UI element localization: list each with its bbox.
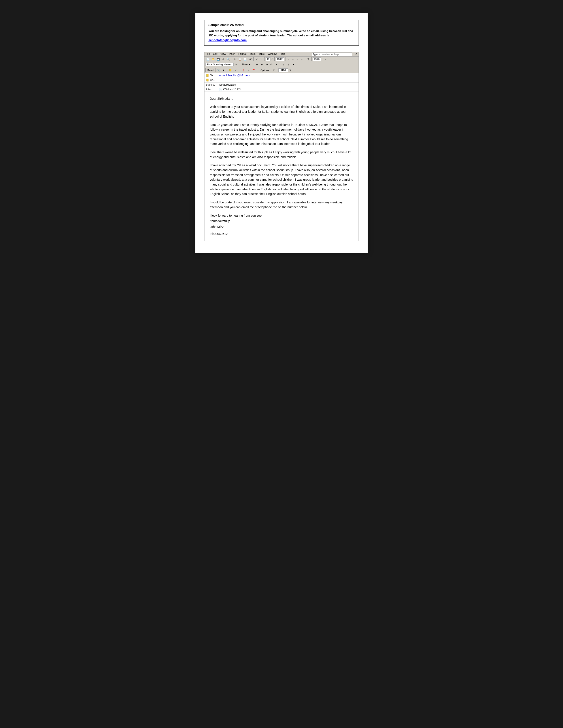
- to-row: 📒 To... schoolofenglish@info.com: [204, 73, 359, 78]
- format-arrow: ▼: [289, 69, 292, 71]
- subject-value[interactable]: job application: [219, 83, 357, 86]
- print-btn[interactable]: 🖨: [221, 57, 225, 61]
- flag-btn[interactable]: 🚩: [251, 68, 256, 72]
- menu-help[interactable]: Help: [280, 53, 285, 56]
- sep9: [239, 63, 239, 66]
- menu-view[interactable]: View: [220, 53, 226, 56]
- menu-tools[interactable]: Tools: [249, 53, 255, 56]
- email-client: File Edit View Insert Format Tools Table…: [204, 52, 359, 241]
- sample-email-link[interactable]: schoolofenglish@info.com: [208, 38, 246, 42]
- tb3[interactable]: ⟲: [264, 63, 268, 66]
- sample-box: Sample email: 2A formal You are looking …: [204, 20, 359, 46]
- sample-title: Sample email: 2A formal: [208, 23, 355, 27]
- toolbar-row-1: 📄 📂 💾 🖨 🔍 ✂ 📋 📄 🖌 ↩ ↪ 10 x² 100% ≡ ≡ ≡ ≡…: [204, 57, 359, 62]
- copy-btn[interactable]: 📋: [237, 57, 242, 61]
- to-value[interactable]: schoolofenglish@info.com: [219, 74, 357, 77]
- tb7[interactable]: ↓: [287, 63, 290, 66]
- options-btn[interactable]: Options...: [259, 68, 272, 72]
- paragraph3: I feel that I would be well-suited for t…: [210, 150, 353, 159]
- redo-btn[interactable]: ↪: [259, 57, 263, 61]
- preview-btn[interactable]: 🔍: [226, 57, 231, 61]
- attach-label: Attach...: [206, 88, 219, 91]
- options-arrow: ▼: [273, 69, 275, 71]
- cc-label: 📒 Cc...: [206, 79, 219, 82]
- subject-label: Subject:: [206, 83, 219, 86]
- menubar: File Edit View Insert Format Tools Table…: [204, 52, 359, 57]
- sep7: [311, 57, 312, 61]
- format-painter-btn[interactable]: 🖌: [248, 57, 252, 61]
- closing-line1: I look forward to hearing from you soon.: [210, 213, 353, 218]
- send-button[interactable]: Send: [205, 68, 215, 72]
- tel: tel:99043612: [210, 232, 353, 236]
- format-toolbar: Final Showing Markup ▼ Show ▼ ⊕ ⊖ ⟲ ⟳ ✕ …: [204, 62, 359, 67]
- attach-arrow: ▼: [222, 69, 224, 71]
- closing-line2: Yours faithfully,: [210, 219, 353, 224]
- menu-insert[interactable]: Insert: [229, 53, 235, 56]
- sample-prompt-text: You are looking for an interesting and c…: [208, 29, 353, 37]
- subject-row: Subject: job application: [204, 83, 359, 87]
- show-btn[interactable]: Show ▼: [241, 63, 251, 66]
- sep6: [305, 57, 305, 61]
- more-btn[interactable]: »: [324, 57, 328, 61]
- priority-high-btn[interactable]: ❗: [241, 68, 246, 72]
- help-input[interactable]: Type a question for help: [312, 53, 352, 56]
- priority-low-btn[interactable]: ↓: [246, 68, 250, 72]
- tb6[interactable]: ↕: [282, 63, 286, 66]
- markup-dropdown[interactable]: Final Showing Markup: [205, 63, 233, 66]
- salutation: Dear Sir/Madam,: [210, 96, 353, 101]
- cc-row: 📒 Cc...: [204, 78, 359, 83]
- align-center-btn[interactable]: ≡: [291, 57, 295, 61]
- to-label: 📒 To...: [206, 74, 219, 77]
- format-dropdown[interactable]: HTML: [278, 68, 288, 72]
- cc-address-book-icon: 📒: [206, 79, 209, 82]
- addr-book-btn[interactable]: 📒: [228, 68, 233, 72]
- attach-clip-btn[interactable]: 📎: [216, 68, 221, 72]
- sep5: [285, 57, 286, 61]
- sep12: [226, 68, 226, 72]
- sep14: [258, 68, 258, 72]
- align-right-btn[interactable]: ≡: [296, 57, 300, 61]
- tb2[interactable]: ⊖: [259, 63, 263, 66]
- address-book-icon: 📒: [206, 74, 209, 77]
- sep2: [253, 57, 254, 61]
- compose-toolbar: Send 📎 ▼ 📒 ✓ ❗ ↓ 🚩 Options... ▼ HTML ▼: [204, 67, 359, 73]
- email-fields: 📒 To... schoolofenglish@info.com 📒 Cc...…: [204, 73, 359, 92]
- close-btn[interactable]: ✕: [355, 53, 357, 56]
- menu-edit[interactable]: Edit: [213, 53, 217, 56]
- paragraph5: I would be grateful if you would conside…: [210, 200, 353, 210]
- save-btn[interactable]: 💾: [216, 57, 221, 61]
- sample-prompt: You are looking for an interesting and c…: [208, 29, 355, 42]
- menu-window[interactable]: Window: [268, 53, 277, 56]
- tb1[interactable]: ⊕: [255, 63, 259, 66]
- markup-arrow[interactable]: ▼: [235, 63, 237, 66]
- align-left-btn[interactable]: ≡: [287, 57, 291, 61]
- new-btn[interactable]: 📄: [205, 57, 210, 61]
- view-zoom[interactable]: 100%: [313, 57, 321, 61]
- font-size-input[interactable]: 10: [265, 57, 270, 61]
- tb8[interactable]: ▼: [291, 63, 296, 66]
- tb4[interactable]: ⟳: [269, 63, 273, 66]
- cut-btn[interactable]: ✂: [233, 57, 237, 61]
- paragraph2: I am 22 years old and I am currently stu…: [210, 123, 353, 146]
- attach-row: Attach... 📄 CV.doc (10 KB): [204, 87, 359, 92]
- email-body: Dear Sir/Madam, With reference to your a…: [204, 92, 359, 241]
- sep13: [239, 68, 239, 72]
- menu-format[interactable]: Format: [238, 53, 246, 56]
- sep3: [264, 57, 264, 61]
- menu-file[interactable]: File: [206, 53, 210, 56]
- paste-btn[interactable]: 📄: [243, 57, 248, 61]
- pilcrow-btn[interactable]: ¶: [306, 57, 310, 61]
- tb5[interactable]: ✕: [274, 63, 278, 66]
- attachment-icon: 📄: [219, 88, 222, 91]
- sep1: [232, 57, 232, 61]
- justify-btn[interactable]: ≡: [300, 57, 304, 61]
- undo-btn[interactable]: ↩: [255, 57, 259, 61]
- page-container: Sample email: 2A formal You are looking …: [195, 13, 368, 253]
- open-btn[interactable]: 📂: [211, 57, 215, 61]
- attach-value: 📄 CV.doc (10 KB): [219, 88, 357, 91]
- check-names-btn[interactable]: ✓: [233, 68, 237, 72]
- superscript-icon: x²: [271, 58, 273, 60]
- menu-table[interactable]: Table: [258, 53, 265, 56]
- zoom-input[interactable]: 100%: [276, 57, 284, 61]
- sep15: [276, 68, 277, 72]
